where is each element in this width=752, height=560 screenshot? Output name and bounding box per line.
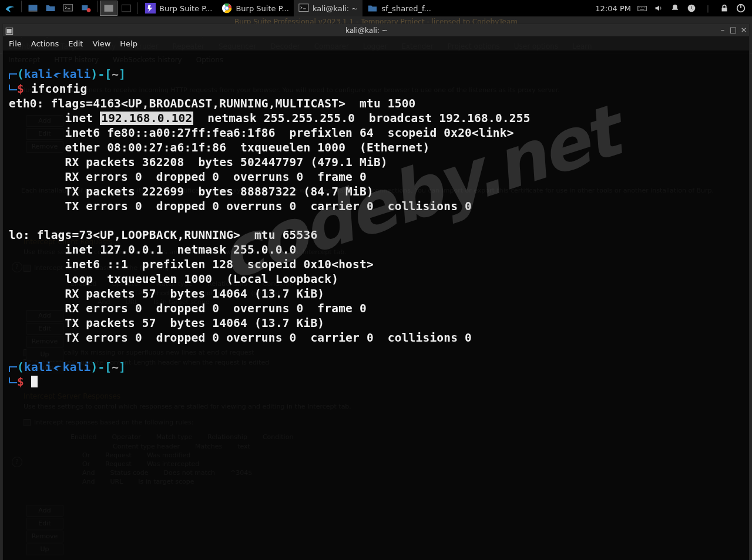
power-icon[interactable]: [736, 3, 746, 14]
prompt-path: ~: [112, 68, 119, 81]
output-line: ether 08:00:27:a6:1f:86 txqueuelen 1000 …: [9, 141, 429, 154]
output-line: lo: flags=73<UP,LOOPBACK,RUNNING> mtu 65…: [9, 228, 317, 242]
terminal-menubar[interactable]: File Actions Edit View Help: [3, 37, 749, 50]
maximize-button[interactable]: □: [728, 25, 738, 36]
output-line: inet: [9, 112, 100, 125]
terminal-app-icon: ▣: [3, 25, 16, 36]
svg-rect-2: [64, 4, 73, 11]
output-line: loop txqueuelen 1000 (Local Loopback): [9, 272, 338, 286]
kazam-icon[interactable]: [77, 1, 95, 16]
svg-point-10: [226, 6, 229, 9]
output-line: TX errors 0 dropped 0 overruns 0 carrier…: [9, 200, 472, 213]
task-label: sf_shared_f...: [381, 4, 431, 13]
updates-icon[interactable]: [686, 3, 697, 14]
terminal-body[interactable]: (kalikali)-[~] $ ifconfig eth0: flags=41…: [3, 50, 749, 392]
terminal-titlebar[interactable]: ▣ kali@kali: ~ – □ ×: [3, 24, 749, 37]
task-label: kali@kali: ~: [313, 4, 358, 13]
launcher-bar: [0, 1, 135, 16]
svg-point-4: [87, 8, 91, 12]
svg-rect-3: [82, 5, 88, 10]
output-line: inet 127.0.0.1 netmask 255.0.0.0: [9, 243, 297, 257]
terminal-launcher-icon[interactable]: [59, 1, 77, 16]
menu-file[interactable]: File: [9, 39, 22, 48]
terminal-window: ▣ kali@kali: ~ – □ × File Actions Edit V…: [2, 23, 750, 560]
output-line: RX errors 0 dropped 0 overruns 0 frame 0: [9, 170, 367, 184]
task-terminal[interactable]: kali@kali: ~: [294, 0, 362, 16]
menu-edit[interactable]: Edit: [68, 39, 83, 48]
output-line: inet6 fe80::a00:27ff:fea6:1f86 prefixlen…: [9, 126, 514, 140]
menu-help[interactable]: Help: [120, 39, 137, 48]
task-chrome[interactable]: Burp Suite P...: [217, 0, 293, 16]
svg-rect-0: [29, 5, 38, 11]
show-desktop-icon[interactable]: [24, 1, 42, 16]
highlighted-ip: 192.168.0.102: [100, 112, 193, 125]
kali-dragon-icon: [52, 362, 63, 373]
terminal-icon: [298, 3, 309, 14]
notification-icon[interactable]: [670, 3, 680, 14]
system-tray: 12:04 PM |: [595, 3, 752, 14]
svg-rect-12: [638, 6, 646, 11]
clock[interactable]: 12:04 PM: [595, 4, 631, 13]
chrome-icon: [221, 3, 232, 14]
output-line: inet6 ::1 prefixlen 128 scopeid 0x10<hos…: [9, 258, 374, 271]
task-files[interactable]: sf_shared_f...: [362, 0, 436, 16]
workspace-1[interactable]: [100, 1, 118, 16]
task-label: Burp Suite P...: [159, 4, 212, 13]
output-line: TX errors 0 dropped 0 overruns 0 carrier…: [9, 331, 472, 345]
task-label: Burp Suite P...: [236, 4, 288, 13]
top-panel: Burp Suite P... Burp Suite P... kali@kal…: [0, 0, 752, 16]
prompt-host: kali: [63, 68, 91, 81]
folder-icon: [367, 3, 378, 14]
separator-icon: |: [703, 3, 713, 14]
kali-menu-icon[interactable]: [1, 1, 19, 16]
output-line: TX packets 222699 bytes 88887322 (84.7 M…: [9, 185, 374, 198]
terminal-cursor[interactable]: [31, 376, 38, 387]
volume-icon[interactable]: [653, 3, 664, 14]
output-line: eth0: flags=4163<UP,BROADCAST,RUNNING,MU…: [9, 97, 416, 110]
kali-dragon-icon: [52, 69, 63, 80]
lock-icon[interactable]: [719, 3, 730, 14]
task-burp-1[interactable]: Burp Suite P...: [140, 0, 217, 16]
close-button[interactable]: ×: [738, 25, 749, 36]
workspace-2[interactable]: [118, 1, 135, 16]
output-line: RX packets 57 bytes 14064 (13.7 KiB): [9, 287, 324, 301]
menu-view[interactable]: View: [92, 39, 110, 48]
minimize-button[interactable]: –: [717, 25, 728, 36]
svg-rect-6: [122, 5, 131, 12]
keyboard-icon[interactable]: [637, 3, 647, 14]
output-line: RX packets 362208 bytes 502447797 (479.1…: [9, 156, 388, 169]
files-icon[interactable]: [42, 1, 59, 16]
svg-rect-5: [105, 5, 113, 12]
output-line: RX errors 0 dropped 0 overruns 0 frame 0: [9, 302, 367, 315]
command-ifconfig: ifconfig: [31, 82, 88, 96]
output-line: TX packets 57 bytes 14064 (13.7 KiB): [9, 316, 324, 330]
svg-rect-14: [722, 8, 727, 11]
svg-rect-11: [299, 4, 308, 12]
menu-actions[interactable]: Actions: [31, 39, 59, 48]
burp-pro-icon: [145, 3, 156, 14]
prompt-user: kali: [24, 68, 52, 81]
svg-rect-1: [29, 11, 38, 12]
terminal-title-text: kali@kali: ~: [16, 26, 717, 35]
output-line: netmask 255.255.255.0 broadcast 192.168.…: [193, 112, 530, 125]
